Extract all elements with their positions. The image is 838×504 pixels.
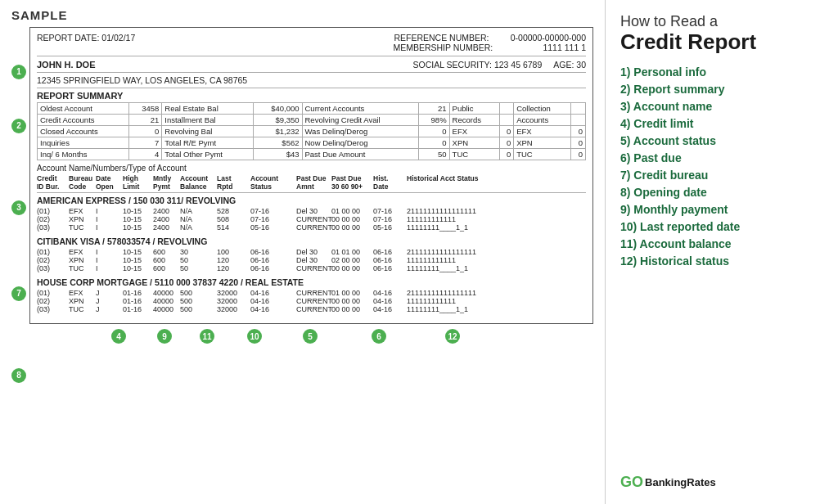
gobankingrates-logo: GO BankingRates bbox=[620, 464, 823, 491]
table-row: (01)EFXJ01-16400005003200004-16CURRENT01… bbox=[37, 289, 586, 297]
col-headers: CreditID Bur. BureauCode DateOpen HighLi… bbox=[37, 174, 586, 193]
marker-2: 2 bbox=[11, 117, 29, 133]
bottom-num-10: 10 bbox=[247, 329, 262, 344]
marker-1: 1 bbox=[11, 63, 29, 79]
report-wrapper: 1 2 3 7 8 REPORT DATE: 01/02/17 REFERENC… bbox=[29, 27, 593, 344]
table-row: Closed Accounts 0 Revolving Bal $1,232 W… bbox=[38, 126, 586, 137]
bottom-num-4: 4 bbox=[111, 329, 126, 344]
list-item: 4) Credit limit bbox=[620, 117, 823, 130]
list-item: 10) Last reported date bbox=[620, 220, 823, 233]
bottom-num-12: 12 bbox=[445, 329, 460, 344]
name-ssn-row: JOHN H. DOE SOCIAL SECURITY: 123 45 6789… bbox=[37, 60, 586, 73]
marker-3: 3 bbox=[11, 199, 29, 215]
table-row: (01)EFXI10-152400N/A52807-16Del 3001 00 … bbox=[37, 207, 586, 215]
list-item: 11) Account balance bbox=[620, 237, 823, 250]
table-row: Oldest Account 3458 Real Estate Bal $40,… bbox=[38, 103, 586, 115]
ssn-section: SOCIAL SECURITY: 123 45 6789 AGE: 30 bbox=[412, 60, 586, 70]
summary-table: Oldest Account 3458 Real Estate Bal $40,… bbox=[37, 102, 586, 160]
account-citibank: CITIBANK VISA / 578033574 / REVOLVING (0… bbox=[37, 236, 586, 272]
report-date: REPORT DATE: 01/02/17 bbox=[37, 33, 135, 52]
table-row: Credit Accounts 21 Installment Bal $9,35… bbox=[38, 115, 586, 126]
list-item: 6) Past due bbox=[620, 151, 823, 164]
account-mortgage: HOUSE CORP MORTGAGE / 5110 000 37837 422… bbox=[37, 277, 586, 313]
bottom-num-6: 6 bbox=[372, 329, 386, 344]
table-row: (03)TUCI10-156005012006-16CURRENT00 00 0… bbox=[37, 264, 586, 272]
table-row: (03)TUCI10-152400N/A51405-16CURRENT00 00… bbox=[37, 223, 586, 232]
list-item: 1) Personal info bbox=[620, 65, 823, 79]
list-item: 8) Opening date bbox=[620, 186, 823, 199]
bottom-num-5: 5 bbox=[303, 329, 318, 344]
right-title-sub: How to Read a bbox=[620, 13, 823, 30]
marker-8: 8 bbox=[11, 367, 29, 383]
table-row: (02)XPNI10-156005012006-16Del 3002 00 00… bbox=[37, 256, 586, 264]
right-panel: How to Read a Credit Report 1) Personal … bbox=[606, 0, 838, 504]
acct-name-label: Account Name/Numbers/Type of Account bbox=[37, 164, 586, 173]
header-section: REPORT DATE: 01/02/17 REFERENCE NUMBER: … bbox=[37, 33, 586, 56]
reference-section: REFERENCE NUMBER: 0-00000-00000-000 MEMB… bbox=[393, 33, 586, 52]
bottom-num-11: 11 bbox=[200, 329, 214, 344]
bottom-num-9: 9 bbox=[157, 329, 172, 344]
person-name: JOHN H. DOE bbox=[37, 60, 96, 70]
table-row: Inquiries 7 Total R/E Pymt $562 Now Deli… bbox=[38, 137, 586, 149]
bottom-number-row: 4 9 11 10 5 6 12 bbox=[29, 329, 593, 344]
report-box: REPORT DATE: 01/02/17 REFERENCE NUMBER: … bbox=[29, 27, 593, 324]
list-item: 3) Account name bbox=[620, 100, 823, 113]
table-row: (03)TUCJ01-16400005003200004-16CURRENT00… bbox=[37, 305, 586, 313]
list-item: 9) Monthly payment bbox=[620, 203, 823, 216]
logo-banking: BankingRates bbox=[645, 476, 716, 488]
logo-go: GO bbox=[620, 474, 643, 491]
report-summary-header: REPORT SUMMARY bbox=[37, 91, 586, 101]
list-item: 7) Credit bureau bbox=[620, 169, 823, 182]
table-row: (02)XPNI10-152400N/A50807-16CURRENT00 00… bbox=[37, 215, 586, 223]
table-row: (02)XPNJ01-16400005003200004-16CURRENT00… bbox=[37, 297, 586, 305]
sample-label: SAMPLE bbox=[11, 8, 593, 22]
list-item: 5) Account status bbox=[620, 134, 823, 147]
list-item: 2) Report summary bbox=[620, 83, 823, 96]
right-items-list: 1) Personal info 2) Report summary 3) Ac… bbox=[620, 65, 823, 268]
address-row: 12345 SPRINGFIELD WAY, LOS ANGELES, CA 9… bbox=[37, 75, 586, 88]
list-item: 12) Historical status bbox=[620, 254, 823, 268]
right-title-main: Credit Report bbox=[620, 30, 823, 54]
marker-7: 7 bbox=[11, 285, 29, 301]
table-row: Inq/ 6 Months 4 Total Other Pymt $43 Pas… bbox=[38, 149, 586, 160]
account-amex: AMERICAN EXPRESS / 150 030 311/ REVOLVIN… bbox=[37, 196, 586, 232]
left-panel: SAMPLE 1 2 3 7 8 REPORT DATE: 01/02/17 bbox=[0, 0, 606, 504]
table-row: (01)EFXI10-156003010006-16Del 3001 01 00… bbox=[37, 248, 586, 256]
